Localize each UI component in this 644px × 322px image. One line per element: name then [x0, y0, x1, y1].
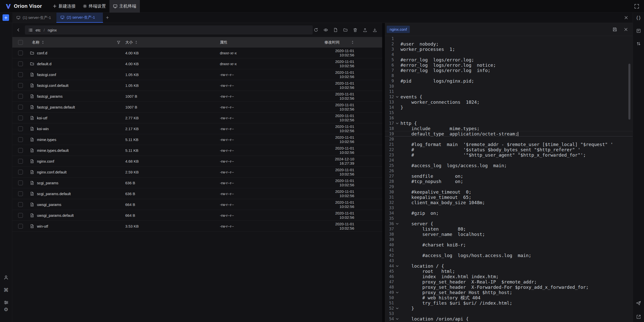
- editor-line[interactable]: 50 # web history 模式 404: [385, 295, 633, 300]
- column-header-size[interactable]: 大小: [125, 40, 133, 45]
- editor-line[interactable]: 48 proxy_set_header X-Forwarded-For $pro…: [385, 284, 633, 290]
- file-name[interactable]: uwsgi_params.default: [37, 213, 74, 218]
- file-row[interactable]: koi-utf2.77 KB-rw-r--r--2020-11-01 10:02…: [12, 113, 382, 123]
- breadcrumb-segment[interactable]: nginx: [48, 28, 57, 32]
- editor-line[interactable]: 53: [385, 311, 633, 316]
- editor-line[interactable]: 42 #access_log logs/host.access.log main…: [385, 253, 633, 258]
- upload-icon[interactable]: [362, 27, 368, 33]
- editor-line[interactable]: 45 root html;: [385, 269, 633, 274]
- row-checkbox[interactable]: [18, 83, 23, 88]
- file-row[interactable]: nginx.conf.default2.59 KB-rw-r--r--2020-…: [12, 167, 382, 177]
- editor-line[interactable]: 30 #keepalive_timeout 0;: [385, 189, 633, 195]
- editor-line[interactable]: 15: [385, 110, 633, 115]
- save-icon[interactable]: [612, 26, 618, 33]
- row-checkbox[interactable]: [18, 181, 23, 185]
- file-row[interactable]: fastcgi_params1007 B-rw-r--r--2020-11-01…: [12, 91, 382, 102]
- fold-toggle-icon[interactable]: [394, 94, 400, 99]
- fold-toggle-icon[interactable]: [394, 290, 400, 295]
- back-icon[interactable]: [15, 26, 22, 34]
- new-tab-button[interactable]: +: [103, 13, 112, 23]
- editor-line[interactable]: 22 # '$status $body_bytes_sent "$http_re…: [385, 147, 633, 152]
- editor-line[interactable]: 3worker_processes 1;: [385, 47, 633, 52]
- editor-line[interactable]: 52 }: [385, 306, 633, 311]
- file-name[interactable]: mime.types: [37, 137, 56, 142]
- export-box-icon[interactable]: [635, 313, 642, 320]
- editor-line[interactable]: 54 location /orion/api {: [385, 316, 633, 321]
- row-checkbox[interactable]: [18, 191, 23, 196]
- refresh-icon[interactable]: [313, 27, 319, 33]
- editor-line[interactable]: 18 include mime.types;: [385, 126, 633, 131]
- file-row[interactable]: uwsgi_params664 B-rw-r--r--2020-11-01 10…: [12, 199, 382, 210]
- column-header-mtime[interactable]: 修改时间: [325, 40, 340, 45]
- row-checkbox[interactable]: [18, 148, 23, 153]
- editor-line[interactable]: 40 #charset koi8-r;: [385, 242, 633, 247]
- editor-line[interactable]: 20: [385, 136, 633, 142]
- editor-line[interactable]: 35: [385, 216, 633, 221]
- file-row[interactable]: fastcgi.conf1.05 KB-rw-r--r--2020-11-01 …: [12, 69, 382, 80]
- row-checkbox[interactable]: [18, 137, 23, 142]
- file-name[interactable]: conf.d: [37, 51, 47, 55]
- file-row[interactable]: mime.types5.11 KB-rw-r--r--2020-11-01 10…: [12, 134, 382, 145]
- breadcrumb[interactable]: etc / nginx: [25, 25, 313, 34]
- editor-line[interactable]: 47 proxy_set_header X-Real-IP $remote_ad…: [385, 279, 633, 284]
- sort-icon[interactable]: [42, 40, 44, 44]
- fullscreen-icon[interactable]: [633, 3, 640, 10]
- row-checkbox[interactable]: [18, 61, 23, 66]
- fold-toggle-icon[interactable]: [394, 306, 400, 311]
- file-name[interactable]: fastcgi.conf: [37, 73, 56, 77]
- row-checkbox[interactable]: [18, 224, 23, 229]
- text-editor-icon[interactable]: [635, 27, 642, 34]
- editor-line[interactable]: 17http {: [385, 121, 633, 126]
- file-row[interactable]: uwsgi_params.default664 B-rw-r--r--2020-…: [12, 210, 382, 221]
- file-name[interactable]: koi-utf: [37, 116, 47, 120]
- download-icon[interactable]: [372, 27, 378, 33]
- sort-icon[interactable]: [351, 40, 354, 44]
- editor-line[interactable]: 34 #gzip on;: [385, 210, 633, 216]
- editor-line[interactable]: 51 try_files $uri $uri/ /index.html;: [385, 300, 633, 306]
- sliders-icon[interactable]: [3, 299, 9, 306]
- user-icon[interactable]: [3, 274, 9, 281]
- row-checkbox[interactable]: [18, 72, 23, 77]
- sort-icon[interactable]: [135, 40, 138, 44]
- file-name[interactable]: scgi_params.default: [37, 192, 71, 196]
- fold-toggle-icon[interactable]: [394, 221, 400, 226]
- delete-trash-icon[interactable]: [352, 27, 358, 33]
- editor-line[interactable]: 14}: [385, 105, 633, 110]
- json-braces-icon[interactable]: {}: [635, 15, 642, 21]
- editor-line[interactable]: 7#error_log logs/error.log info;: [385, 68, 633, 73]
- row-checkbox[interactable]: [18, 170, 23, 174]
- file-name[interactable]: default.d: [37, 62, 52, 66]
- fold-toggle-icon[interactable]: [394, 121, 400, 126]
- file-row[interactable]: scgi_params.default636 B-rw-r--r--2020-1…: [12, 188, 382, 199]
- command-icon[interactable]: ⌘: [3, 287, 9, 293]
- editor-line[interactable]: 21 #log_format main '$remote_addr - $rem…: [385, 142, 633, 147]
- transfer-arrows-icon[interactable]: [635, 40, 642, 47]
- row-checkbox[interactable]: [18, 94, 23, 99]
- file-name[interactable]: koi-win: [37, 127, 49, 131]
- nav-host-terminal[interactable]: 主机终端: [109, 0, 140, 13]
- close-editor-icon[interactable]: [623, 26, 629, 33]
- editor-line[interactable]: 27 sendfile on;: [385, 173, 633, 179]
- filter-funnel-icon[interactable]: [116, 40, 121, 45]
- editor-line[interactable]: 39: [385, 237, 633, 242]
- tab-server-1[interactable]: (1) server-生产-1: [12, 13, 56, 23]
- editor-file-tab[interactable]: nginx.conf: [387, 26, 410, 33]
- editor-line[interactable]: 43: [385, 258, 633, 263]
- row-checkbox[interactable]: [18, 116, 23, 120]
- new-file-icon[interactable]: [332, 27, 339, 33]
- editor-line[interactable]: 8: [385, 73, 633, 78]
- editor-line[interactable]: 6#error_log logs/error.log notice;: [385, 62, 633, 68]
- file-name[interactable]: uwsgi_params: [37, 202, 61, 207]
- file-row[interactable]: win-utf3.53 KB-rw-r--r--2020-11-01 10:02…: [12, 221, 382, 232]
- close-panel-icon[interactable]: [623, 14, 629, 21]
- column-header-attr[interactable]: 属性: [220, 40, 325, 45]
- file-name[interactable]: win-utf: [37, 224, 48, 228]
- editor-line[interactable]: 31 keepalive_timeout 65;: [385, 195, 633, 200]
- editor-line[interactable]: 28 #tcp_nopush on;: [385, 179, 633, 184]
- editor-line[interactable]: 38 server_name localhost;: [385, 232, 633, 237]
- file-row[interactable]: conf.d4.00 KBdrwxr-xr-x2020-11-01 10:02:…: [12, 48, 382, 58]
- editor-line[interactable]: 24: [385, 158, 633, 163]
- brand[interactable]: Orion Visor: [5, 3, 42, 10]
- editor-line[interactable]: 23 # '"$http_user_agent" "$http_x_forwar…: [385, 152, 633, 158]
- file-row[interactable]: scgi_params636 B-rw-r--r--2020-11-01 10:…: [12, 177, 382, 188]
